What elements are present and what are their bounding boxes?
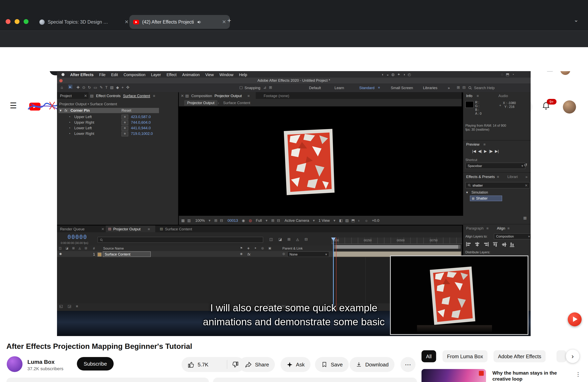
- ruler-label-750: 00750: [430, 239, 438, 242]
- timeline-search-field: [98, 237, 263, 243]
- snapping-label: Snapping: [245, 86, 260, 90]
- screen: Special Topics: 3D Design & P ✕ (42) Aft…: [0, 0, 588, 382]
- ae-menu-effect: Effect: [167, 72, 177, 77]
- effect-reset-link: Reset: [122, 108, 131, 113]
- chip-adobe-after-effects[interactable]: Adobe After Effects: [494, 350, 546, 362]
- layer-number: 1: [93, 252, 95, 256]
- description-box-peek[interactable]: [6, 378, 209, 382]
- shatter-artwork: [282, 127, 336, 197]
- comp-crumb-separator: ‹: [218, 101, 219, 105]
- channel-avatar[interactable]: [7, 356, 22, 372]
- audio-tab: Audio: [498, 94, 508, 98]
- panel-folder-lock-icons: ▤: [90, 94, 94, 98]
- share-button[interactable]: Share: [239, 357, 275, 372]
- comp-menu-icon: ≡: [248, 94, 250, 98]
- effects-search-clear-icon: ✕: [525, 183, 528, 187]
- comp-tab-close-icon: ✕: [181, 94, 184, 98]
- save-button[interactable]: Save: [315, 357, 349, 372]
- ae-menu-animation: Animation: [182, 72, 200, 77]
- youtube-profile-avatar[interactable]: [563, 100, 576, 114]
- layer-shy-icon: ◉: [240, 252, 243, 256]
- dislike-icon[interactable]: [232, 361, 239, 368]
- window-zoom-button[interactable]: [24, 19, 28, 24]
- secondary-box-peek[interactable]: [213, 378, 417, 382]
- snapshot-camera-icon: ◉: [242, 218, 245, 222]
- like-button[interactable]: 5.7K: [182, 357, 245, 372]
- tab1-close-icon[interactable]: ✕: [125, 19, 129, 25]
- param-name: Upper Left: [74, 115, 92, 119]
- adobe-badge: [479, 371, 483, 376]
- window-close-button[interactable]: [6, 19, 10, 24]
- ask-button[interactable]: Ask: [281, 357, 311, 372]
- browser-tab-2-active[interactable]: (42) After Effects Projecti ✕: [129, 15, 230, 29]
- suggested-video-kebab-icon[interactable]: ⋮: [575, 371, 581, 378]
- search-icon: [468, 184, 471, 187]
- window-minimize-button[interactable]: [15, 19, 20, 24]
- tab2-audio-icon[interactable]: [197, 19, 202, 25]
- browser-tab-1[interactable]: Special Topics: 3D Design & P ✕: [36, 15, 132, 29]
- transport-controls: |◀ ◀| ▶ |▶ ▶|: [472, 149, 499, 153]
- workspace-standard-active: Standard: [359, 86, 374, 90]
- chip-from-channel[interactable]: From Luma Box: [442, 350, 488, 362]
- timeline-column-header: ◫ ◪ ⊞ ◬ ⊟ # Source Name ⚑ ◈ ✦ ◎ ▣ Parent…: [57, 246, 333, 251]
- fps-status: fps: 30 (realtime): [465, 128, 489, 132]
- effect-controls-panel: Project ✕ ▤ Effect Controls Surface Cont…: [57, 92, 178, 225]
- zoom-caret-icon: ▾: [209, 218, 210, 222]
- timeline-tab-active: ▤ Projector Output ≡: [106, 226, 155, 232]
- floating-play-badge[interactable]: [568, 312, 582, 326]
- crosshair-button: ⊕: [122, 115, 128, 119]
- new-tab-button[interactable]: +: [227, 17, 231, 25]
- chip-partial[interactable]: [557, 350, 567, 362]
- source-name-column: Source Name: [103, 247, 124, 250]
- guide-hamburger-icon[interactable]: ☰: [10, 101, 17, 110]
- download-button[interactable]: Download: [350, 357, 395, 372]
- align-hcenter-icon: [475, 241, 480, 248]
- more-icon: ⋯: [405, 361, 411, 368]
- comp-icon: ▤: [108, 227, 111, 231]
- tab-search-chevron-icon[interactable]: ⌄: [574, 17, 579, 23]
- render-queue-tab: Render Queue: [60, 227, 84, 231]
- layer-name-box: Surface Content: [103, 251, 151, 257]
- more-actions-button[interactable]: ⋯: [400, 357, 416, 372]
- info-b: B :: [475, 108, 479, 112]
- chip-all[interactable]: All: [421, 350, 436, 362]
- comp-roi-icons: ⊞ ⊟: [271, 218, 281, 222]
- ae-menu-file: File: [99, 72, 105, 77]
- comp-crumb-2: Surface Content: [223, 101, 250, 105]
- project-tab-close-icon: ✕: [84, 94, 87, 98]
- align-caret-icon: ▾: [528, 234, 530, 238]
- track-area-left: [57, 257, 333, 304]
- parent-link-value: None: [290, 252, 298, 256]
- info-tab: Info: [466, 94, 472, 98]
- exposure-sun-icon: ☼: [365, 218, 368, 222]
- ae-tool-icons: ✚ ⊙ ↻ ▭ ✎ T ▧ ◆ ⌖ ✜: [77, 86, 130, 90]
- effect-controls-tab-label: Effect Controls: [96, 94, 121, 98]
- composition-panel: ✕ ▤ Composition Projector Output ≡ Foota…: [179, 92, 462, 225]
- tab2-close-icon[interactable]: ✕: [222, 19, 226, 25]
- download-label: Download: [365, 362, 389, 367]
- param-value: 441.0,944.0: [131, 126, 151, 130]
- param-row-upper-right: ◔ Upper Right ⊕ 744.0,604.0: [57, 119, 178, 125]
- chips-next-button[interactable]: ›: [566, 349, 579, 363]
- video-player[interactable]: After Effects File Edit Composition Laye…: [57, 71, 531, 336]
- sparkle-icon: [287, 361, 293, 368]
- share-icon: [245, 361, 252, 368]
- channel-name[interactable]: Luma Box: [27, 358, 55, 365]
- effects-presets-menu-icon: ≡: [497, 175, 499, 179]
- comp-exposure-value: +0.0: [372, 218, 379, 222]
- align-left-icon: [466, 241, 471, 248]
- video-title: After Effects Projection Mapping Beginne…: [6, 342, 415, 351]
- comp-tab-folder-icon: ▤: [185, 94, 189, 98]
- crosshair-button: ⊕: [122, 126, 128, 131]
- suggested-video-title[interactable]: Why the human stays in the creative loop: [492, 370, 569, 382]
- param-name: Upper Right: [74, 120, 94, 124]
- subscribe-button[interactable]: Subscribe: [77, 357, 114, 371]
- render-progress-line: [336, 238, 336, 311]
- info-x: X : -1080: [503, 101, 516, 105]
- snapping-extra-icons: ⊿ ⊞: [263, 86, 273, 90]
- ae-menu-help: Help: [239, 72, 247, 77]
- resolution-caret-icon: ▾: [266, 218, 267, 222]
- tab2-title: (42) After Effects Projecti: [142, 19, 194, 25]
- suggested-video-thumbnail[interactable]: [421, 369, 486, 382]
- work-area-bar: [333, 245, 461, 249]
